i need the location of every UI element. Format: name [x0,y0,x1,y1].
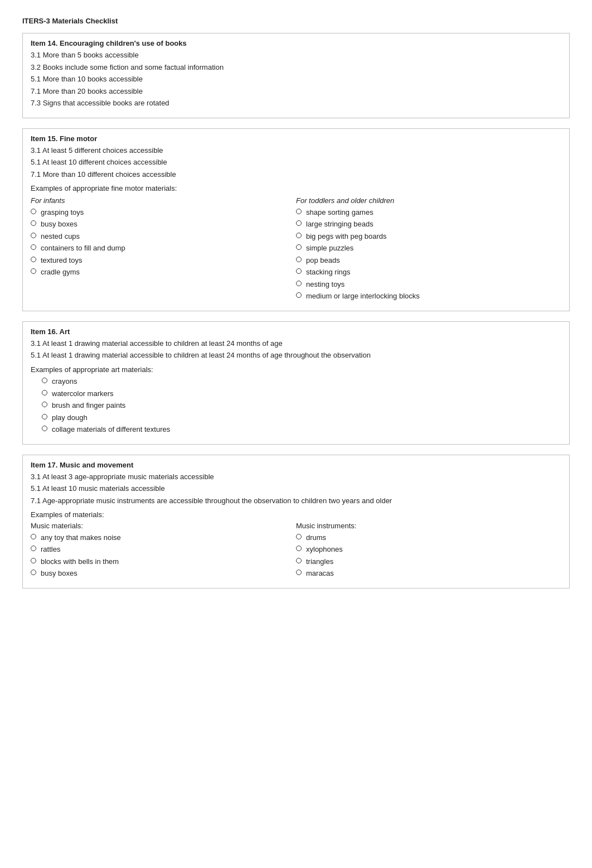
item15-line-1: 5.1 At least 10 different choices access… [31,157,561,168]
bullet-circle [31,558,36,563]
bullet-circle [296,292,302,298]
bullet-circle [296,257,302,262]
bullet-circle [296,281,302,286]
list-item: crayons [42,376,561,387]
bullet-circle [296,220,302,226]
item15-header: Item 15. Fine motor [31,134,561,143]
item15-line-0: 3.1 At least 5 different choices accessi… [31,145,561,156]
item15-line-2: 7.1 More than 10 different choices acces… [31,169,561,180]
section-item15: Item 15. Fine motor 3.1 At least 5 diffe… [22,128,570,311]
bullet-circle [31,570,36,575]
list-item: triangles [296,556,561,567]
item15-left-col: For infants grasping toys busy boxes nes… [31,196,296,303]
list-item: collage materials of different textures [42,424,561,435]
bullet-circle [42,390,47,396]
item15-right-list: shape sorting games large stringing bead… [296,207,561,302]
bullet-circle [296,570,302,575]
item16-line-1: 5.1 At least 1 drawing material accessib… [31,350,561,361]
item14-line-0: 3.1 More than 5 books accessible [31,50,561,61]
item14-header: Item 14. Encouraging children's use of b… [31,39,561,47]
item17-line-2: 7.1 Age-appropriate music instruments ar… [31,495,561,507]
list-item: maracas [296,568,561,579]
list-item: drums [296,532,561,543]
item15-right-label: For toddlers and older children [296,196,561,205]
item17-line-1: 5.1 At least 10 music materials accessib… [31,483,561,494]
bullet-circle [42,378,47,383]
list-item: simple puzzles [296,243,561,254]
bullet-circle [42,402,47,407]
bullet-circle [296,558,302,563]
item17-left-list: any toy that makes noise rattles blocks … [31,532,296,579]
item17-two-col: Music materials: any toy that makes nois… [31,522,561,580]
list-item: shape sorting games [296,207,561,218]
item15-two-col: For infants grasping toys busy boxes nes… [31,196,561,303]
bullet-circle [31,209,36,214]
page-title: ITERS-3 Materials Checklist [22,17,570,25]
bullet-circle [296,268,302,274]
item17-examples-label: Examples of materials: [31,509,561,520]
item17-left-col: Music materials: any toy that makes nois… [31,522,296,580]
list-item: large stringing beads [296,219,561,230]
bullet-circle [31,534,36,539]
list-item: containers to fill and dump [31,243,296,254]
item14-line-1: 3.2 Books include some fiction and some … [31,62,561,73]
bullet-circle [296,244,302,250]
list-item: pop beads [296,255,561,266]
bullet-circle [31,546,36,551]
list-item: grasping toys [31,207,296,218]
bullet-circle [31,257,36,262]
bullet-circle [31,268,36,274]
list-item: busy boxes [31,219,296,230]
bullet-circle [42,426,47,431]
list-item: xylophones [296,544,561,555]
bullet-circle [296,209,302,214]
item15-left-list: grasping toys busy boxes nested cups con… [31,207,296,278]
item17-right-list: drums xylophones triangles maracas [296,532,561,579]
list-item: rattles [31,544,296,555]
bullet-circle [31,233,36,238]
bullet-circle [296,546,302,551]
item17-left-label: Music materials: [31,522,296,530]
list-item: medium or large interlocking blocks [296,291,561,302]
list-item: play dough [42,412,561,423]
item15-left-label: For infants [31,196,296,205]
list-item: watercolor markers [42,388,561,399]
list-item: textured toys [31,255,296,266]
list-item: stacking rings [296,267,561,278]
list-item: nesting toys [296,279,561,290]
bullet-circle [31,244,36,250]
item14-line-3: 7.1 More than 20 books accessible [31,86,561,97]
list-item: big pegs with peg boards [296,231,561,242]
bullet-circle [296,534,302,539]
bullet-circle [42,414,47,419]
section-item14: Item 14. Encouraging children's use of b… [22,33,570,118]
item17-right-label: Music instruments: [296,522,561,530]
item16-header: Item 16. Art [31,327,561,336]
list-item: nested cups [31,231,296,242]
item15-examples-label: Examples of appropriate fine motor mater… [31,183,561,194]
bullet-circle [31,220,36,226]
item14-line-4: 7.3 Signs that accessible books are rota… [31,98,561,109]
list-item: cradle gyms [31,267,296,278]
item17-line-0: 3.1 At least 3 age-appropriate music mat… [31,471,561,483]
list-item: brush and finger paints [42,400,561,411]
list-item: blocks with bells in them [31,556,296,567]
item17-right-col: Music instruments: drums xylophones tria… [296,522,561,580]
section-item16: Item 16. Art 3.1 At least 1 drawing mate… [22,321,570,445]
section-item17: Item 17. Music and movement 3.1 At least… [22,455,570,589]
item16-examples-label: Examples of appropriate art materials: [31,364,561,375]
list-item: any toy that makes noise [31,532,296,543]
item17-header: Item 17. Music and movement [31,461,561,469]
list-item: busy boxes [31,568,296,579]
item15-right-col: For toddlers and older children shape so… [296,196,561,303]
item16-line-0: 3.1 At least 1 drawing material accessib… [31,338,561,349]
bullet-circle [296,233,302,238]
item16-list: crayons watercolor markers brush and fin… [31,376,561,435]
item14-line-2: 5.1 More than 10 books accessible [31,74,561,85]
